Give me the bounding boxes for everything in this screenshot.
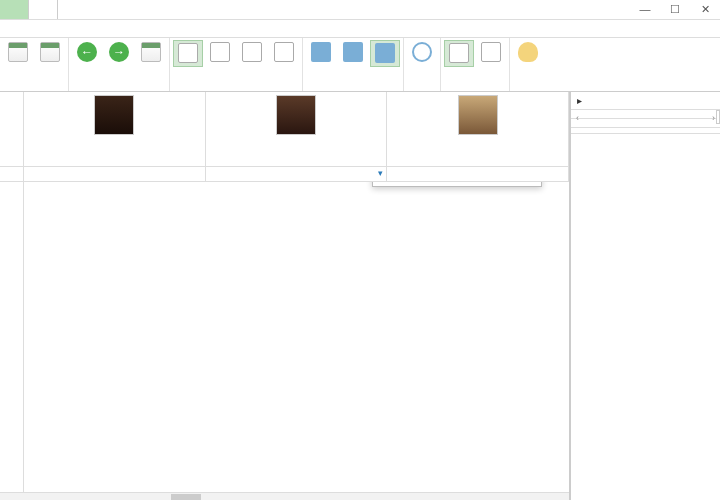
group-date-button[interactable] [338, 40, 368, 65]
title-tab-demo[interactable] [0, 0, 29, 19]
right-panel: ▸ ‹ › [570, 92, 720, 500]
next-month-icon[interactable]: › [712, 113, 715, 123]
resource-col-1 [206, 92, 388, 166]
clock-icon [412, 42, 432, 62]
time-grid[interactable] [0, 182, 569, 492]
ribbon: ← → [0, 38, 720, 92]
backward-button[interactable]: ← [72, 40, 102, 65]
snap-cells-button[interactable] [476, 40, 506, 65]
date-cell-2[interactable] [387, 167, 569, 181]
arrow-left-icon: ← [77, 42, 97, 62]
goto-today-button[interactable] [136, 40, 166, 65]
main: ▾ ▸ ‹ › [0, 92, 720, 500]
appointment-tooltip [372, 182, 542, 187]
group-none-icon [311, 42, 331, 62]
avatar [458, 95, 498, 135]
close-icon[interactable]: ✕ [690, 3, 720, 16]
week-view-button[interactable] [237, 40, 267, 65]
titlebar: — ☐ ✕ [0, 0, 720, 20]
reminders-button[interactable] [513, 40, 543, 65]
new-recurring-button[interactable] [35, 40, 65, 65]
group-date-icon [343, 42, 363, 62]
resource-col-0 [24, 92, 206, 166]
working-hours-icon [449, 43, 469, 63]
date-cell-0[interactable] [24, 167, 206, 181]
options-header[interactable]: ▸ [571, 92, 720, 110]
maximize-icon[interactable]: ☐ [660, 3, 690, 16]
h-scrollbar[interactable] [0, 492, 569, 500]
date-header: ▾ [0, 166, 569, 182]
scheduler: ▾ [0, 92, 570, 500]
chevron-down-icon[interactable]: ▾ [378, 168, 383, 178]
prev-month-icon[interactable]: ‹ [576, 113, 579, 123]
title-tab-calendar-tools[interactable] [29, 0, 58, 19]
calendar-icon [8, 42, 28, 62]
week-icon [242, 42, 262, 62]
timeline-icon [274, 42, 294, 62]
day-view-button[interactable] [173, 40, 203, 67]
time-scales-button[interactable] [407, 40, 437, 65]
ribbon-tabs [0, 20, 720, 38]
calendar-recurring-icon [40, 42, 60, 62]
avatar [276, 95, 316, 135]
working-hours-button[interactable] [444, 40, 474, 67]
group-none-button[interactable] [306, 40, 336, 65]
resource-col-2 [387, 92, 569, 166]
avatar [94, 95, 134, 135]
group-resource-icon [375, 43, 395, 63]
arrow-right-icon: → [109, 42, 129, 62]
workweek-view-button[interactable] [205, 40, 235, 65]
resource-headers [0, 92, 569, 166]
date-cell-1[interactable]: ▾ [206, 167, 388, 181]
mini-calendar: ‹ › [571, 110, 720, 119]
goto-today-icon [141, 42, 161, 62]
timeline-view-button[interactable] [269, 40, 299, 65]
new-appointment-button[interactable] [3, 40, 33, 65]
day-view-icon [178, 43, 198, 63]
workweek-icon [210, 42, 230, 62]
forward-button[interactable]: → [104, 40, 134, 65]
options-side-tab[interactable] [716, 110, 720, 124]
hour-gutter [0, 182, 24, 492]
minimize-icon[interactable]: — [630, 3, 660, 16]
snap-icon [481, 42, 501, 62]
patients-list[interactable] [571, 134, 720, 500]
group-resource-button[interactable] [370, 40, 400, 67]
bell-icon [518, 42, 538, 62]
doctors-section [571, 119, 720, 128]
